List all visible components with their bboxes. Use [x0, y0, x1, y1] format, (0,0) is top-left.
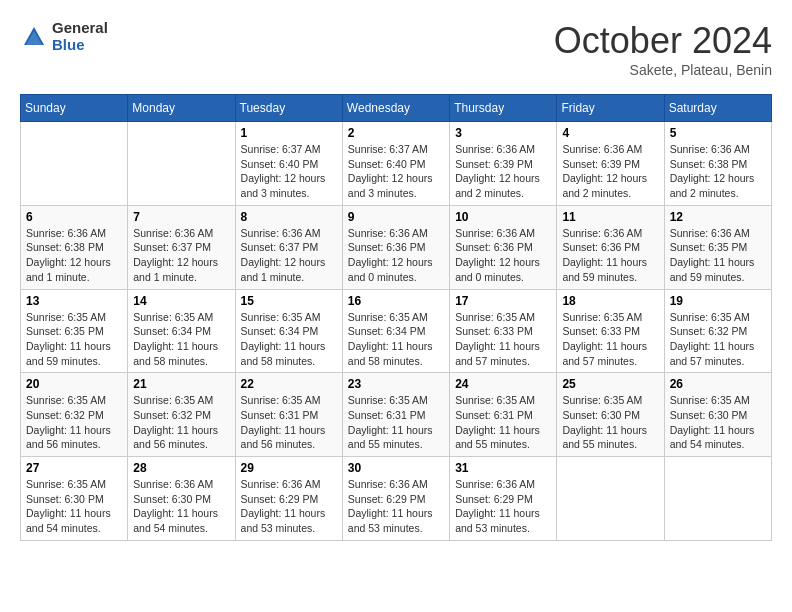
day-info: Sunrise: 6:35 AM Sunset: 6:35 PM Dayligh… [26, 310, 122, 369]
day-number: 20 [26, 377, 122, 391]
day-info: Sunrise: 6:35 AM Sunset: 6:30 PM Dayligh… [562, 393, 658, 452]
header-cell-sunday: Sunday [21, 95, 128, 122]
week-row-3: 13Sunrise: 6:35 AM Sunset: 6:35 PM Dayli… [21, 289, 772, 373]
day-info: Sunrise: 6:36 AM Sunset: 6:39 PM Dayligh… [455, 142, 551, 201]
day-info: Sunrise: 6:36 AM Sunset: 6:36 PM Dayligh… [562, 226, 658, 285]
location-subtitle: Sakete, Plateau, Benin [554, 62, 772, 78]
calendar-cell: 30Sunrise: 6:36 AM Sunset: 6:29 PM Dayli… [342, 457, 449, 541]
day-number: 24 [455, 377, 551, 391]
week-row-2: 6Sunrise: 6:36 AM Sunset: 6:38 PM Daylig… [21, 205, 772, 289]
calendar-header: SundayMondayTuesdayWednesdayThursdayFrid… [21, 95, 772, 122]
day-info: Sunrise: 6:36 AM Sunset: 6:39 PM Dayligh… [562, 142, 658, 201]
day-info: Sunrise: 6:35 AM Sunset: 6:33 PM Dayligh… [562, 310, 658, 369]
calendar-cell: 10Sunrise: 6:36 AM Sunset: 6:36 PM Dayli… [450, 205, 557, 289]
title-block: October 2024 Sakete, Plateau, Benin [554, 20, 772, 78]
header-cell-saturday: Saturday [664, 95, 771, 122]
logo: General Blue [20, 20, 108, 53]
day-number: 17 [455, 294, 551, 308]
header-cell-thursday: Thursday [450, 95, 557, 122]
day-info: Sunrise: 6:35 AM Sunset: 6:34 PM Dayligh… [241, 310, 337, 369]
calendar-cell: 27Sunrise: 6:35 AM Sunset: 6:30 PM Dayli… [21, 457, 128, 541]
day-number: 23 [348, 377, 444, 391]
calendar-table: SundayMondayTuesdayWednesdayThursdayFrid… [20, 94, 772, 541]
calendar-cell: 20Sunrise: 6:35 AM Sunset: 6:32 PM Dayli… [21, 373, 128, 457]
day-number: 2 [348, 126, 444, 140]
day-number: 14 [133, 294, 229, 308]
day-info: Sunrise: 6:35 AM Sunset: 6:34 PM Dayligh… [133, 310, 229, 369]
calendar-cell: 9Sunrise: 6:36 AM Sunset: 6:36 PM Daylig… [342, 205, 449, 289]
calendar-cell: 21Sunrise: 6:35 AM Sunset: 6:32 PM Dayli… [128, 373, 235, 457]
calendar-body: 1Sunrise: 6:37 AM Sunset: 6:40 PM Daylig… [21, 122, 772, 541]
logo-blue-text: Blue [52, 37, 108, 54]
day-info: Sunrise: 6:36 AM Sunset: 6:37 PM Dayligh… [241, 226, 337, 285]
calendar-cell: 4Sunrise: 6:36 AM Sunset: 6:39 PM Daylig… [557, 122, 664, 206]
calendar-cell: 6Sunrise: 6:36 AM Sunset: 6:38 PM Daylig… [21, 205, 128, 289]
day-info: Sunrise: 6:36 AM Sunset: 6:37 PM Dayligh… [133, 226, 229, 285]
day-number: 22 [241, 377, 337, 391]
calendar-cell: 16Sunrise: 6:35 AM Sunset: 6:34 PM Dayli… [342, 289, 449, 373]
week-row-5: 27Sunrise: 6:35 AM Sunset: 6:30 PM Dayli… [21, 457, 772, 541]
header-cell-monday: Monday [128, 95, 235, 122]
calendar-cell: 25Sunrise: 6:35 AM Sunset: 6:30 PM Dayli… [557, 373, 664, 457]
day-number: 28 [133, 461, 229, 475]
calendar-cell: 11Sunrise: 6:36 AM Sunset: 6:36 PM Dayli… [557, 205, 664, 289]
day-info: Sunrise: 6:35 AM Sunset: 6:32 PM Dayligh… [133, 393, 229, 452]
day-number: 18 [562, 294, 658, 308]
day-info: Sunrise: 6:36 AM Sunset: 6:36 PM Dayligh… [455, 226, 551, 285]
calendar-cell: 19Sunrise: 6:35 AM Sunset: 6:32 PM Dayli… [664, 289, 771, 373]
day-number: 12 [670, 210, 766, 224]
calendar-cell: 15Sunrise: 6:35 AM Sunset: 6:34 PM Dayli… [235, 289, 342, 373]
day-info: Sunrise: 6:35 AM Sunset: 6:32 PM Dayligh… [26, 393, 122, 452]
day-number: 3 [455, 126, 551, 140]
day-number: 6 [26, 210, 122, 224]
day-info: Sunrise: 6:36 AM Sunset: 6:35 PM Dayligh… [670, 226, 766, 285]
day-number: 13 [26, 294, 122, 308]
day-number: 19 [670, 294, 766, 308]
day-number: 1 [241, 126, 337, 140]
header-cell-wednesday: Wednesday [342, 95, 449, 122]
day-info: Sunrise: 6:36 AM Sunset: 6:36 PM Dayligh… [348, 226, 444, 285]
header-row: SundayMondayTuesdayWednesdayThursdayFrid… [21, 95, 772, 122]
calendar-cell [557, 457, 664, 541]
day-number: 5 [670, 126, 766, 140]
calendar-cell: 5Sunrise: 6:36 AM Sunset: 6:38 PM Daylig… [664, 122, 771, 206]
calendar-cell: 8Sunrise: 6:36 AM Sunset: 6:37 PM Daylig… [235, 205, 342, 289]
calendar-cell: 29Sunrise: 6:36 AM Sunset: 6:29 PM Dayli… [235, 457, 342, 541]
calendar-cell: 7Sunrise: 6:36 AM Sunset: 6:37 PM Daylig… [128, 205, 235, 289]
day-info: Sunrise: 6:36 AM Sunset: 6:38 PM Dayligh… [26, 226, 122, 285]
logo-text: General Blue [52, 20, 108, 53]
calendar-cell: 2Sunrise: 6:37 AM Sunset: 6:40 PM Daylig… [342, 122, 449, 206]
day-number: 7 [133, 210, 229, 224]
day-info: Sunrise: 6:35 AM Sunset: 6:31 PM Dayligh… [241, 393, 337, 452]
calendar-cell [21, 122, 128, 206]
week-row-1: 1Sunrise: 6:37 AM Sunset: 6:40 PM Daylig… [21, 122, 772, 206]
day-number: 27 [26, 461, 122, 475]
calendar-cell: 26Sunrise: 6:35 AM Sunset: 6:30 PM Dayli… [664, 373, 771, 457]
calendar-cell [664, 457, 771, 541]
day-info: Sunrise: 6:36 AM Sunset: 6:29 PM Dayligh… [241, 477, 337, 536]
day-number: 25 [562, 377, 658, 391]
logo-general-text: General [52, 20, 108, 37]
day-number: 4 [562, 126, 658, 140]
day-number: 11 [562, 210, 658, 224]
calendar-cell: 18Sunrise: 6:35 AM Sunset: 6:33 PM Dayli… [557, 289, 664, 373]
day-number: 30 [348, 461, 444, 475]
day-number: 31 [455, 461, 551, 475]
calendar-cell: 24Sunrise: 6:35 AM Sunset: 6:31 PM Dayli… [450, 373, 557, 457]
day-info: Sunrise: 6:36 AM Sunset: 6:38 PM Dayligh… [670, 142, 766, 201]
day-info: Sunrise: 6:35 AM Sunset: 6:31 PM Dayligh… [455, 393, 551, 452]
day-number: 21 [133, 377, 229, 391]
day-number: 26 [670, 377, 766, 391]
day-number: 10 [455, 210, 551, 224]
calendar-cell: 17Sunrise: 6:35 AM Sunset: 6:33 PM Dayli… [450, 289, 557, 373]
calendar-cell: 23Sunrise: 6:35 AM Sunset: 6:31 PM Dayli… [342, 373, 449, 457]
calendar-cell: 22Sunrise: 6:35 AM Sunset: 6:31 PM Dayli… [235, 373, 342, 457]
calendar-cell: 12Sunrise: 6:36 AM Sunset: 6:35 PM Dayli… [664, 205, 771, 289]
logo-icon [20, 23, 48, 51]
day-number: 9 [348, 210, 444, 224]
day-info: Sunrise: 6:35 AM Sunset: 6:31 PM Dayligh… [348, 393, 444, 452]
header-cell-friday: Friday [557, 95, 664, 122]
page-header: General Blue October 2024 Sakete, Platea… [20, 20, 772, 78]
day-info: Sunrise: 6:36 AM Sunset: 6:29 PM Dayligh… [348, 477, 444, 536]
header-cell-tuesday: Tuesday [235, 95, 342, 122]
